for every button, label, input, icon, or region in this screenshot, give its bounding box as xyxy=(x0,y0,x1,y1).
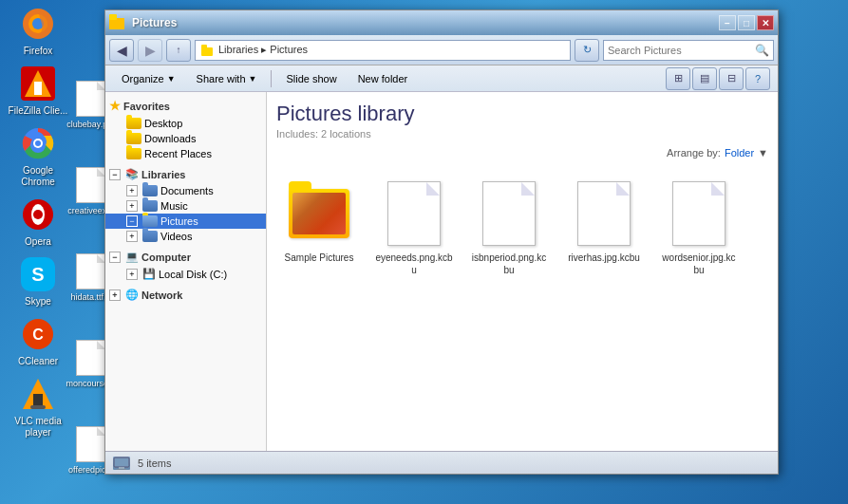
sidebar-item-recent[interactable]: Recent Places xyxy=(105,146,266,161)
ccleaner-icon-desktop[interactable]: C CCleaner xyxy=(5,315,71,367)
new-folder-button[interactable]: New folder xyxy=(349,68,417,89)
network-expand[interactable]: + xyxy=(109,289,121,301)
sidebar-network-header[interactable]: + 🌐 Network xyxy=(105,286,266,304)
view-details-button[interactable]: ▤ xyxy=(692,67,717,90)
local-disk-icon: 💾 xyxy=(142,268,156,280)
back-button[interactable]: ◀ xyxy=(109,39,134,62)
sidebar-libraries-header[interactable]: − 📚 Libraries xyxy=(105,165,266,183)
documents-expand[interactable]: + xyxy=(126,185,138,196)
sidebar-item-pictures[interactable]: − Pictures xyxy=(105,214,266,229)
opera-icon-desktop[interactable]: Opera xyxy=(5,196,71,248)
music-expand[interactable]: + xyxy=(126,200,138,212)
toolbar-separator xyxy=(271,70,272,87)
filezilla-label: FileZilla Clie... xyxy=(9,105,68,117)
explorer-window: Pictures − □ ✕ ◀ ▶ ↑ Libraries ▸ Picture… xyxy=(104,9,779,475)
svg-rect-20 xyxy=(109,14,117,20)
window-icon xyxy=(109,14,126,32)
organize-button[interactable]: Organize ▼ xyxy=(113,68,184,89)
status-item-count: 5 items xyxy=(138,457,171,469)
refresh-button[interactable]: ↻ xyxy=(575,39,599,62)
doc-riverhas-icon xyxy=(574,179,634,248)
sidebar-item-local-disk[interactable]: + 💾 Local Disk (C:) xyxy=(105,266,266,282)
file-eyeneeds[interactable]: eyeneeds.png.kcbu xyxy=(371,176,457,280)
minimize-button[interactable]: − xyxy=(719,15,736,30)
videos-label: Videos xyxy=(160,231,192,242)
local-disk-label: Local Disk (C:) xyxy=(159,269,227,280)
slide-show-button[interactable]: Slide show xyxy=(277,68,345,89)
sidebar: ★ Favorites Desktop Downloads Recent Pla… xyxy=(105,92,267,451)
sidebar-item-downloads[interactable]: Downloads xyxy=(105,131,266,146)
search-box[interactable]: 🔍 xyxy=(603,40,774,61)
file-eyeneeds-name: eyeneeds.png.kcbu xyxy=(375,252,453,276)
desktop-label: Desktop xyxy=(144,118,182,129)
ccleaner-label: CCleaner xyxy=(18,356,58,367)
filezilla-icon-desktop[interactable]: FileZilla Clie... xyxy=(5,65,71,117)
file-isbnperiod[interactable]: isbnperiod.png.kcbu xyxy=(466,176,552,280)
sidebar-item-desktop[interactable]: Desktop xyxy=(105,116,266,131)
svg-rect-25 xyxy=(117,469,126,470)
doc-large-riverhas xyxy=(577,181,631,246)
sidebar-item-documents[interactable]: + Documents xyxy=(105,183,266,198)
libraries-expand[interactable]: − xyxy=(109,169,121,180)
videos-expand[interactable]: + xyxy=(126,231,138,242)
file-wordsenior-name: wordsenior.jpg.kcbu xyxy=(660,252,738,276)
computer-expand[interactable]: − xyxy=(109,252,121,263)
skype-icon-desktop[interactable]: S Skype xyxy=(5,255,71,308)
sidebar-item-videos[interactable]: + Videos xyxy=(105,229,266,244)
view-buttons: ⊞ ▤ ⊟ ? xyxy=(666,67,770,90)
title-bar: Pictures − □ ✕ xyxy=(105,10,778,35)
main-area: ★ Favorites Desktop Downloads Recent Pla… xyxy=(105,92,778,451)
network-icon: 🌐 xyxy=(125,289,139,301)
pictures-label: Pictures xyxy=(160,215,198,227)
arrange-dropdown-icon[interactable]: ▼ xyxy=(758,147,768,159)
share-with-button[interactable]: Share with ▼ xyxy=(188,68,266,89)
firefox-icon-desktop[interactable]: Firefox xyxy=(5,5,71,57)
toolbar: Organize ▼ Share with ▼ Slide show New f… xyxy=(105,65,778,92)
doc-wordsenior-icon xyxy=(669,179,729,248)
file-riverhas-name: riverhas.jpg.kcbu xyxy=(568,252,640,264)
svg-rect-24 xyxy=(119,467,124,469)
file-sample-pictures[interactable]: Sample Pictures xyxy=(276,176,362,280)
libraries-label: Libraries xyxy=(141,169,185,180)
search-input[interactable] xyxy=(608,45,755,56)
view-small-button[interactable]: ⊞ xyxy=(666,67,690,90)
view-tiles-button[interactable]: ⊟ xyxy=(719,67,744,90)
forward-button[interactable]: ▶ xyxy=(138,39,162,62)
status-computer-icon xyxy=(113,457,130,470)
sidebar-item-music[interactable]: + Music xyxy=(105,198,266,214)
downloads-folder-icon xyxy=(126,133,141,144)
sidebar-favorites-header[interactable]: ★ Favorites xyxy=(105,96,266,116)
address-input[interactable]: Libraries ▸ Pictures xyxy=(195,40,571,61)
svg-rect-23 xyxy=(114,457,129,467)
documents-label: Documents xyxy=(160,185,214,196)
library-title: Pictures library xyxy=(276,102,768,126)
computer-label: Computer xyxy=(141,252,191,263)
maximize-button[interactable]: □ xyxy=(738,15,755,30)
pictures-expand[interactable]: − xyxy=(126,215,138,227)
file-wordsenior[interactable]: wordsenior.jpg.kcbu xyxy=(656,176,742,280)
arrange-by-label: Arrange by: xyxy=(667,147,721,159)
skype-label: Skype xyxy=(25,296,51,308)
opera-label: Opera xyxy=(25,236,51,248)
sidebar-computer-header[interactable]: − 💻 Computer xyxy=(105,248,266,266)
window-controls: − □ ✕ xyxy=(719,15,774,30)
library-header: Pictures library Includes: 2 locations xyxy=(276,102,768,140)
up-button[interactable]: ↑ xyxy=(166,39,191,62)
arrange-by-value[interactable]: Folder xyxy=(725,147,754,159)
help-button[interactable]: ? xyxy=(745,67,770,90)
chrome-icon-desktop[interactable]: Google Chrome xyxy=(5,124,71,188)
folder-large-icon xyxy=(289,189,349,238)
firefox-label: Firefox xyxy=(24,46,53,57)
documents-folder-icon xyxy=(142,185,158,196)
close-button[interactable]: ✕ xyxy=(757,15,774,30)
desktop: Firefox FileZilla Clie... xyxy=(0,0,848,504)
local-disk-expand[interactable]: + xyxy=(126,269,138,280)
vlc-icon-desktop[interactable]: VLC media player xyxy=(5,375,71,439)
file-riverhas[interactable]: riverhas.jpg.kcbu xyxy=(561,176,647,280)
file-sample-name: Sample Pictures xyxy=(285,252,354,264)
address-bar: ◀ ▶ ↑ Libraries ▸ Pictures ↻ 🔍 xyxy=(105,35,778,65)
search-icon: 🔍 xyxy=(755,44,769,57)
music-folder-icon xyxy=(142,200,158,212)
computer-icon: 💻 xyxy=(125,251,139,263)
svg-rect-17 xyxy=(30,405,46,409)
